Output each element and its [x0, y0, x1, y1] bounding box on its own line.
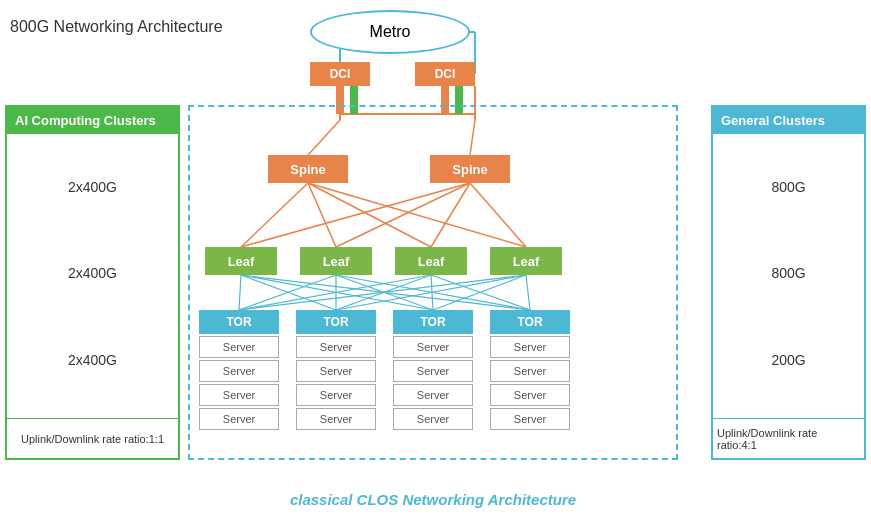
metro-label: Metro: [370, 23, 411, 41]
leaf-2-box: Leaf: [300, 247, 372, 275]
general-clusters-panel: General Clusters 800G 800G 200G Uplink/D…: [711, 105, 866, 460]
server-1-3: Server: [199, 384, 279, 406]
tor-column-1: TOR Server Server Server Server: [199, 310, 279, 432]
right-panel-item-1: 800G: [771, 171, 805, 203]
ai-computing-clusters-panel: AI Computing Clusters 2x400G 2x400G 2x40…: [5, 105, 180, 460]
left-panel-header: AI Computing Clusters: [7, 107, 178, 134]
tor-4-box: TOR: [490, 310, 570, 334]
server-1-2: Server: [199, 360, 279, 382]
leaf-4-box: Leaf: [490, 247, 562, 275]
server-4-4: Server: [490, 408, 570, 430]
tor-column-4: TOR Server Server Server Server: [490, 310, 570, 432]
spine-right-box: Spine: [430, 155, 510, 183]
tor-2-box: TOR: [296, 310, 376, 334]
right-panel-footer: Uplink/Downlink rate ratio:4:1: [713, 418, 864, 458]
dci-right-box: DCI: [415, 62, 475, 86]
leaf-3-box: Leaf: [395, 247, 467, 275]
server-2-2: Server: [296, 360, 376, 382]
left-panel-body: 2x400G 2x400G 2x400G: [7, 134, 178, 413]
server-4-1: Server: [490, 336, 570, 358]
tor-3-box: TOR: [393, 310, 473, 334]
server-1-1: Server: [199, 336, 279, 358]
server-2-1: Server: [296, 336, 376, 358]
metro-node: Metro: [310, 10, 470, 54]
tor-column-3: TOR Server Server Server Server: [393, 310, 473, 432]
server-2-3: Server: [296, 384, 376, 406]
right-panel-item-3: 200G: [771, 344, 805, 376]
leaf-1-box: Leaf: [205, 247, 277, 275]
left-panel-footer: Uplink/Downlink rate ratio:1:1: [7, 418, 178, 458]
server-3-4: Server: [393, 408, 473, 430]
page-title: 800G Networking Architecture: [10, 18, 223, 36]
server-2-4: Server: [296, 408, 376, 430]
left-panel-item-3: 2x400G: [68, 344, 117, 376]
server-3-2: Server: [393, 360, 473, 382]
server-4-3: Server: [490, 384, 570, 406]
server-4-2: Server: [490, 360, 570, 382]
left-panel-item-2: 2x400G: [68, 257, 117, 289]
right-panel-body: 800G 800G 200G: [713, 134, 864, 413]
server-1-4: Server: [199, 408, 279, 430]
right-panel-item-2: 800G: [771, 257, 805, 289]
server-3-3: Server: [393, 384, 473, 406]
tor-1-box: TOR: [199, 310, 279, 334]
bottom-architecture-label: classical CLOS Networking Architecture: [188, 491, 678, 508]
left-panel-item-1: 2x400G: [68, 171, 117, 203]
right-panel-header: General Clusters: [713, 107, 864, 134]
spine-left-box: Spine: [268, 155, 348, 183]
dci-left-box: DCI: [310, 62, 370, 86]
server-3-1: Server: [393, 336, 473, 358]
tor-column-2: TOR Server Server Server Server: [296, 310, 376, 432]
